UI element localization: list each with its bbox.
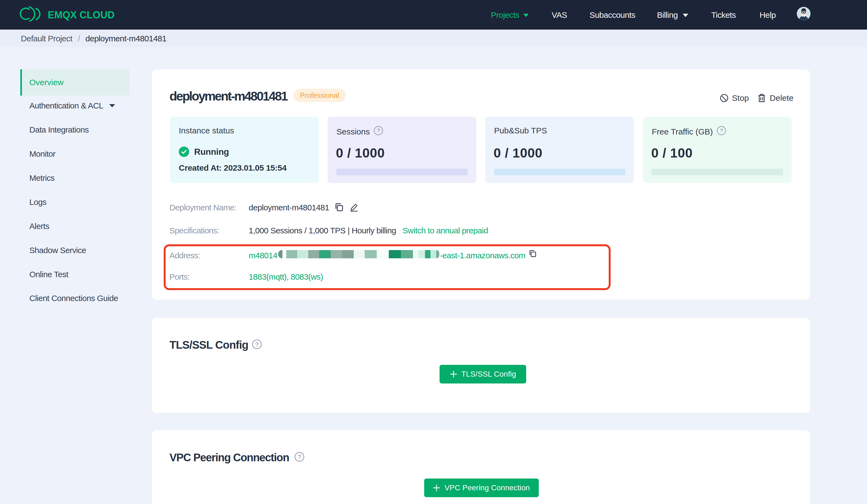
svg-text:?: ?: [377, 128, 380, 134]
svg-text:?: ?: [255, 341, 259, 348]
svg-text:?: ?: [298, 453, 301, 460]
svg-text:?: ?: [720, 128, 723, 134]
